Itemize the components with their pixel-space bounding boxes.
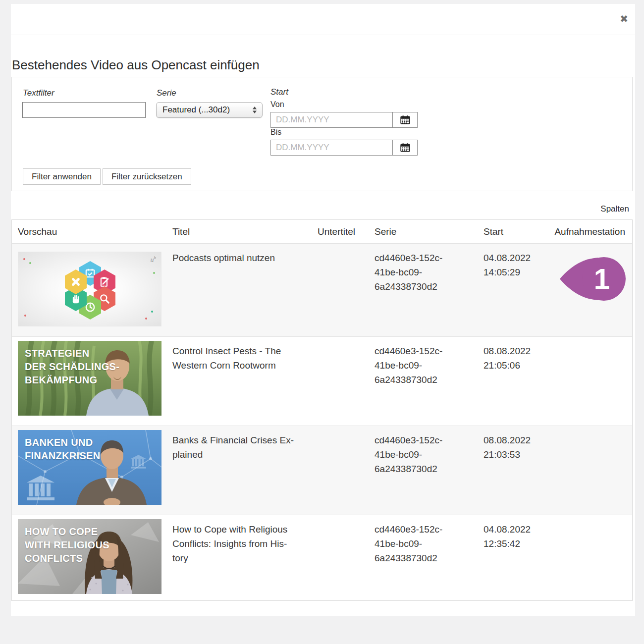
filter-panel: Textfilter Serie Featured (...30d2) Star… — [11, 77, 633, 191]
thumbnail-caption: HOW TO COPE WITH RELIGIOUS CONFLICTS — [25, 525, 109, 565]
decor-dot — [151, 311, 153, 313]
row-untertitel — [318, 515, 375, 600]
col-header-aufnahmestation: Aufnahmestation — [545, 226, 625, 237]
von-label: Von — [270, 100, 284, 109]
bis-date-group — [270, 140, 418, 156]
serie-select-value: Featured (...30d2) — [162, 105, 230, 115]
decor-dot — [145, 318, 147, 320]
row-serie: cd4460e3-152c- 41be-bc09- 6a24338730d2 — [375, 244, 483, 336]
thumbnail-caption: STRATEGIEN DER SCHÄDLINGS- BEKÄMPFUNG — [25, 347, 119, 387]
results-table: Vorschau Titel Untertitel Serie Start Au… — [11, 219, 633, 601]
bis-date-input[interactable] — [270, 140, 393, 156]
von-calendar-button[interactable] — [393, 112, 418, 128]
table-row[interactable]: HOW TO COPE WITH RELIGIOUS CONFLICTS How… — [12, 515, 632, 600]
start-label: Start — [270, 87, 288, 97]
row-start: 04.08.2022 12:35:42 — [483, 515, 545, 600]
thumbnail-podcasts[interactable]: ub — [18, 252, 161, 326]
table-row[interactable]: ub Podcasts opti — [12, 243, 632, 336]
row-title[interactable]: Control Insect Pests - The Western Corn … — [172, 337, 318, 426]
serie-label: Serie — [157, 88, 176, 98]
decor-dot — [29, 262, 31, 264]
row-start: 08.08.2022 21:03:53 — [483, 426, 545, 515]
textfilter-label: Textfilter — [23, 88, 54, 98]
decor-dot — [23, 258, 25, 260]
col-header-titel: Titel — [172, 226, 318, 237]
calendar-icon — [400, 142, 411, 153]
row-title[interactable]: Podcasts optimal nutzen — [172, 244, 318, 336]
thumbnail-caption: BANKEN UND FINANZKRISEN — [25, 436, 101, 463]
row-serie: cd4460e3-152c- 41be-bc09- 6a24338730d2 — [375, 426, 483, 515]
row-untertitel — [318, 244, 375, 336]
calendar-icon — [400, 114, 411, 125]
row-untertitel — [318, 426, 375, 515]
col-header-serie: Serie — [375, 226, 483, 237]
thumbnail-corn-rootworm[interactable]: STRATEGIEN DER SCHÄDLINGS- BEKÄMPFUNG — [18, 341, 161, 416]
page-background: ✖ Bestehendes Video aus Opencast einfüge… — [0, 0, 644, 644]
thumbnail-religious-conflicts[interactable]: HOW TO COPE WITH RELIGIOUS CONFLICTS — [18, 519, 161, 594]
row-aufnahmestation — [545, 515, 625, 600]
table-header-row: Vorschau Titel Untertitel Serie Start Au… — [12, 220, 632, 243]
row-aufnahmestation — [545, 337, 625, 426]
row-title[interactable]: How to Cope with Religious Conflicts: In… — [172, 515, 318, 600]
bis-label: Bis — [270, 128, 281, 137]
close-button[interactable]: ✖ — [619, 13, 629, 25]
annotation-callout-1: 1 — [559, 256, 626, 302]
reset-filter-button[interactable]: Filter zurücksetzen — [103, 168, 191, 185]
dialog-topbar: ✖ — [11, 4, 635, 35]
textfilter-input[interactable] — [22, 102, 146, 118]
apply-filter-button[interactable]: Filter anwenden — [23, 168, 101, 185]
col-header-untertitel: Untertitel — [318, 226, 375, 237]
annotation-number: 1 — [594, 263, 610, 295]
row-start: 08.08.2022 21:05:06 — [483, 337, 545, 426]
von-date-input[interactable] — [270, 112, 393, 128]
table-row[interactable]: BANKEN UND FINANZKRISEN Banks & Financia… — [12, 426, 632, 515]
row-title[interactable]: Banks & Financial Crises Ex- plained — [172, 426, 318, 515]
close-icon: ✖ — [620, 13, 628, 24]
row-untertitel — [318, 337, 375, 426]
row-serie: cd4460e3-152c- 41be-bc09- 6a24338730d2 — [375, 337, 483, 426]
row-start: 04.08.2022 14:05:29 — [483, 244, 545, 336]
opencast-dialog: ✖ Bestehendes Video aus Opencast einfüge… — [11, 4, 635, 616]
university-logo: ub — [151, 256, 157, 264]
select-arrows-icon — [252, 106, 257, 114]
col-header-vorschau: Vorschau — [18, 226, 172, 237]
von-date-group — [270, 112, 418, 128]
spalten-button[interactable]: Spalten — [600, 204, 629, 214]
row-aufnahmestation — [545, 426, 625, 515]
row-serie: cd4460e3-152c- 41be-bc09- 6a24338730d2 — [375, 515, 483, 600]
serie-select[interactable]: Featured (...30d2) — [156, 102, 263, 118]
bis-calendar-button[interactable] — [393, 140, 418, 156]
decor-dot — [24, 315, 26, 317]
page-title: Bestehendes Video aus Opencast einfügen — [12, 57, 260, 73]
decor-dot — [153, 272, 155, 274]
thumbnail-banks-crises[interactable]: BANKEN UND FINANZKRISEN — [18, 430, 161, 505]
table-row[interactable]: STRATEGIEN DER SCHÄDLINGS- BEKÄMPFUNG Co… — [12, 336, 632, 426]
col-header-start: Start — [483, 226, 545, 237]
